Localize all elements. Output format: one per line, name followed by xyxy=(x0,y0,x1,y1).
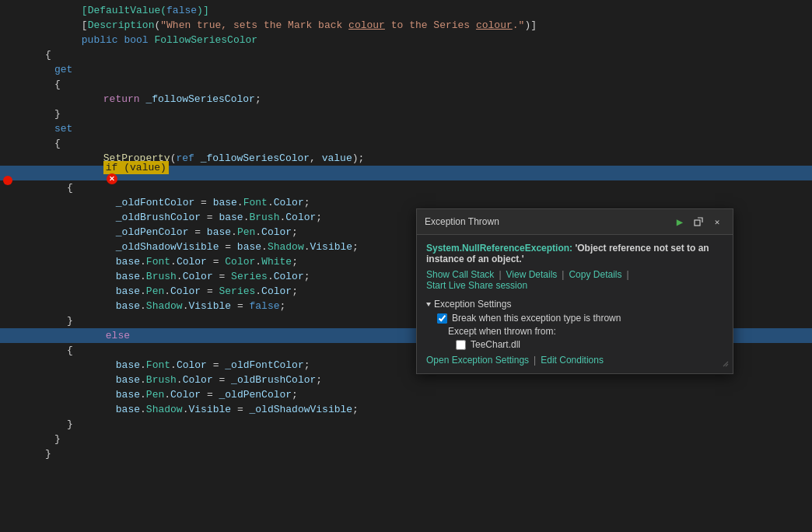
code-editor: [DefaultValue(false)] [Description("When… xyxy=(0,0,812,532)
code-line-5: get xyxy=(0,62,812,77)
kw-bool: bool xyxy=(124,34,148,46)
start-live-share-link[interactable]: Start Live Share session xyxy=(426,280,527,291)
except-when-thrown-from: Except when thrown from: xyxy=(448,326,723,337)
break-when-thrown-label: Break when this exception type is thrown xyxy=(452,313,621,324)
popup-popout-button[interactable] xyxy=(691,214,706,229)
edit-conditions-link[interactable]: Edit Conditions xyxy=(541,355,604,366)
line-content-8: } xyxy=(42,108,812,120)
open-exception-settings-link[interactable]: Open Exception Settings xyxy=(426,355,529,366)
popup-header-icons: ▶ ✕ xyxy=(672,214,725,229)
exception-settings-section: Exception Settings Break when this excep… xyxy=(426,299,723,350)
teechart-label: TeeChart.dll xyxy=(471,339,520,350)
kw-public: public xyxy=(82,34,118,46)
code-line-28: base.Shadow.Visible = _oldShadowVisible; xyxy=(0,402,812,417)
code-line-31: } xyxy=(0,446,812,461)
code-line-3: public bool FollowSeriesColor xyxy=(0,33,812,47)
popup-footer-links: Open Exception Settings | Edit Condition… xyxy=(426,355,723,366)
popup-play-button[interactable]: ▶ xyxy=(672,214,688,229)
line-content-5: get xyxy=(42,64,812,75)
code-line-7: return _followSeriesColor; xyxy=(0,92,812,107)
sep-1: | xyxy=(499,269,501,280)
line-content-30: } xyxy=(42,433,812,445)
copy-details-link[interactable]: Copy Details xyxy=(569,269,621,280)
exception-popup: Exception Thrown ▶ ✕ System.NullReferenc… xyxy=(416,208,733,374)
exception-type: System.NullReferenceException: xyxy=(426,243,572,254)
popup-close-button[interactable]: ✕ xyxy=(709,214,725,229)
code-line-29: } xyxy=(0,417,812,432)
line-content-4: { xyxy=(42,49,812,61)
code-line-9: set xyxy=(0,121,812,136)
exception-title: System.NullReferenceException: 'Object r… xyxy=(426,243,723,264)
sep-2: | xyxy=(562,269,564,280)
method-name: FollowSeriesColor xyxy=(154,34,257,46)
show-call-stack-link[interactable]: Show Call Stack xyxy=(426,269,494,280)
popup-links: Show Call Stack | View Details | Copy De… xyxy=(426,269,723,291)
exception-settings-label: Exception Settings xyxy=(434,299,511,310)
else-highlight: else xyxy=(103,329,132,342)
line-content-31: } xyxy=(42,448,812,460)
break-when-thrown-checkbox[interactable] xyxy=(437,313,447,324)
section-header: Exception Settings xyxy=(426,299,723,310)
break-checkbox-row: Break when this exception type is thrown xyxy=(437,313,723,324)
sep-footer: | xyxy=(534,355,536,366)
line-content-9: set xyxy=(42,123,812,135)
if-highlight: if (value) xyxy=(103,161,169,174)
popup-body: System.NullReferenceException: 'Object r… xyxy=(417,235,733,373)
svg-rect-0 xyxy=(695,220,700,226)
popup-header: Exception Thrown ▶ ✕ xyxy=(417,209,733,235)
code-line-4: { xyxy=(0,47,812,62)
view-details-link[interactable]: View Details xyxy=(506,269,558,280)
collapse-triangle[interactable] xyxy=(426,303,431,306)
code-line-30: } xyxy=(0,432,812,446)
popup-title: Exception Thrown xyxy=(425,216,499,227)
resize-handle[interactable] xyxy=(722,360,730,370)
code-line-12: if (value) ✕ xyxy=(0,166,812,180)
code-line-8: } xyxy=(0,107,812,121)
line-content-29: } xyxy=(42,418,812,430)
teechart-checkbox[interactable] xyxy=(456,340,466,350)
except-item-teechart: TeeChart.dll xyxy=(456,339,723,350)
sep-3: | xyxy=(626,269,628,280)
